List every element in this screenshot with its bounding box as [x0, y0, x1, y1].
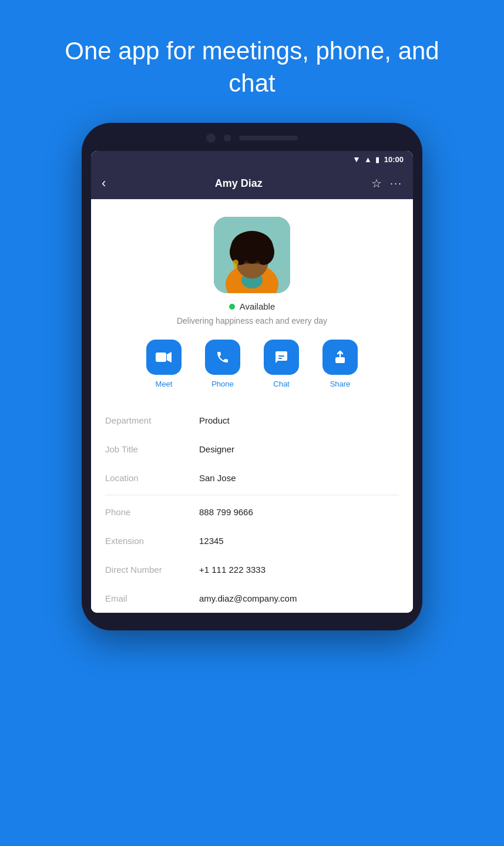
status-icons: ▼ ▲ ▮ — [352, 155, 379, 164]
section-divider — [105, 495, 399, 495]
phone-icon-bg — [205, 340, 240, 375]
share-label: Share — [330, 380, 351, 388]
camera-dot-2 — [224, 135, 231, 142]
department-label: Department — [105, 415, 199, 425]
svg-point-9 — [234, 231, 270, 255]
chat-label: Chat — [273, 380, 289, 388]
svg-point-10 — [244, 261, 248, 264]
phone-field-label: Phone — [105, 507, 199, 517]
extension-row: Extension 12345 — [105, 526, 399, 555]
job-title-label: Job Title — [105, 444, 199, 454]
phone-label: Phone — [211, 380, 234, 388]
chat-icon-bg — [264, 340, 299, 375]
job-title-row: Job Title Designer — [105, 435, 399, 464]
app-headline: One app for meetings, phone, and chat — [0, 0, 504, 123]
email-row: Email amy.diaz@company.com — [105, 584, 399, 613]
svg-point-11 — [256, 261, 260, 264]
svg-point-13 — [234, 265, 237, 268]
chat-button[interactable]: Chat — [264, 340, 299, 388]
svg-rect-16 — [278, 355, 284, 357]
header-actions: ☆ ··· — [371, 176, 402, 190]
job-title-value: Designer — [199, 444, 234, 454]
phone-top-hardware — [91, 133, 413, 151]
status-message: Delivering happiness each and every day — [177, 316, 327, 325]
phone-field-value[interactable]: 888 799 9666 — [199, 507, 253, 517]
camera-dot — [206, 133, 216, 143]
extension-label: Extension — [105, 536, 199, 546]
status-bar: ▼ ▲ ▮ 10:00 — [91, 151, 413, 167]
profile-section: Available Delivering happiness each and … — [91, 199, 413, 406]
status-dot — [229, 304, 235, 310]
department-value: Product — [199, 415, 230, 425]
email-label: Email — [105, 593, 199, 603]
battery-icon: ▮ — [375, 155, 379, 164]
svg-point-12 — [233, 260, 238, 266]
direct-number-label: Direct Number — [105, 565, 199, 575]
speaker-bar — [239, 136, 298, 140]
avatar — [214, 217, 290, 293]
department-row: Department Product — [105, 406, 399, 435]
svg-marker-15 — [167, 352, 172, 362]
phone-button[interactable]: Phone — [205, 340, 240, 388]
status-time: 10:00 — [384, 155, 404, 164]
signal-icon: ▲ — [364, 155, 372, 164]
avatar-image — [214, 217, 290, 293]
contact-name-header: Amy Diaz — [215, 177, 263, 190]
location-row: Location San Jose — [105, 464, 399, 492]
direct-number-row: Direct Number +1 111 222 3333 — [105, 555, 399, 584]
phone-row: Phone 888 799 9666 — [105, 498, 399, 526]
meet-icon-bg — [146, 340, 182, 375]
location-label: Location — [105, 473, 199, 483]
phone-screen: ▼ ▲ ▮ 10:00 ‹ Amy Diaz ☆ ··· — [91, 151, 413, 613]
direct-number-value[interactable]: +1 111 222 3333 — [199, 565, 266, 575]
email-value[interactable]: amy.diaz@company.com — [199, 593, 297, 603]
action-buttons-row: Meet Phone — [146, 340, 358, 388]
svg-rect-17 — [278, 358, 282, 359]
info-section: Department Product Job Title Designer Lo… — [91, 406, 413, 613]
wifi-icon: ▼ — [352, 155, 361, 164]
meet-button[interactable]: Meet — [146, 340, 182, 388]
location-value: San Jose — [199, 473, 236, 483]
more-options-button[interactable]: ··· — [390, 177, 402, 190]
status-label: Available — [240, 301, 275, 311]
meet-label: Meet — [156, 380, 173, 388]
app-header: ‹ Amy Diaz ☆ ··· — [91, 167, 413, 199]
phone-mockup: ▼ ▲ ▮ 10:00 ‹ Amy Diaz ☆ ··· — [82, 123, 422, 630]
extension-value: 12345 — [199, 536, 224, 546]
share-button[interactable]: Share — [322, 340, 358, 388]
share-icon-bg — [322, 340, 358, 375]
availability-status: Available — [229, 301, 275, 311]
svg-rect-14 — [156, 352, 166, 362]
back-button[interactable]: ‹ — [102, 176, 106, 191]
favorite-button[interactable]: ☆ — [371, 176, 382, 190]
